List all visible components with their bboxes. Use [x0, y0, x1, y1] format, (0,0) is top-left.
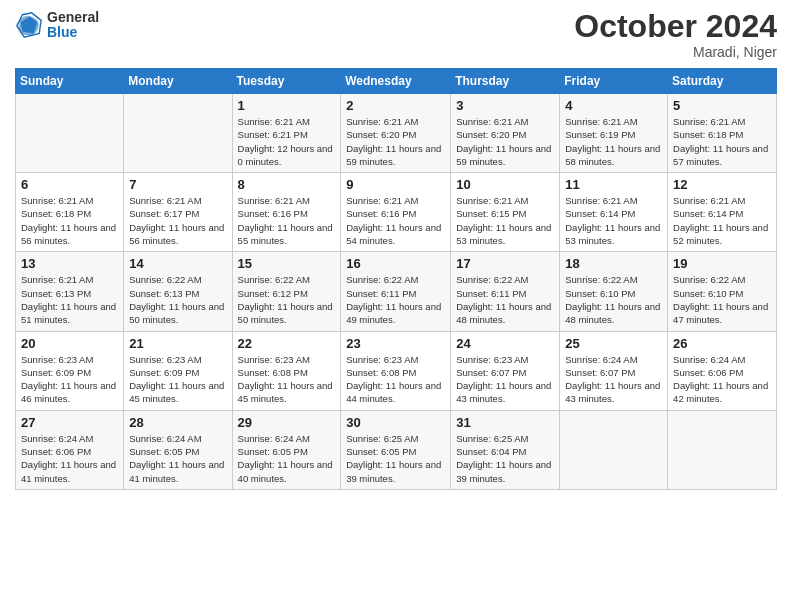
calendar-cell: 3Sunrise: 6:21 AMSunset: 6:20 PMDaylight…	[451, 94, 560, 173]
day-number: 5	[673, 98, 771, 113]
day-info: Sunrise: 6:23 AMSunset: 6:09 PMDaylight:…	[129, 353, 226, 406]
day-info: Sunrise: 6:21 AMSunset: 6:17 PMDaylight:…	[129, 194, 226, 247]
calendar-header-wednesday: Wednesday	[341, 69, 451, 94]
day-number: 23	[346, 336, 445, 351]
calendar-cell: 29Sunrise: 6:24 AMSunset: 6:05 PMDayligh…	[232, 410, 341, 489]
day-info: Sunrise: 6:25 AMSunset: 6:04 PMDaylight:…	[456, 432, 554, 485]
day-number: 24	[456, 336, 554, 351]
day-info: Sunrise: 6:21 AMSunset: 6:18 PMDaylight:…	[673, 115, 771, 168]
calendar-header-tuesday: Tuesday	[232, 69, 341, 94]
calendar-cell	[16, 94, 124, 173]
day-number: 8	[238, 177, 336, 192]
day-number: 2	[346, 98, 445, 113]
calendar-cell: 11Sunrise: 6:21 AMSunset: 6:14 PMDayligh…	[560, 173, 668, 252]
day-number: 19	[673, 256, 771, 271]
day-info: Sunrise: 6:22 AMSunset: 6:10 PMDaylight:…	[565, 273, 662, 326]
day-number: 28	[129, 415, 226, 430]
day-info: Sunrise: 6:23 AMSunset: 6:08 PMDaylight:…	[346, 353, 445, 406]
calendar-cell: 30Sunrise: 6:25 AMSunset: 6:05 PMDayligh…	[341, 410, 451, 489]
day-info: Sunrise: 6:21 AMSunset: 6:20 PMDaylight:…	[346, 115, 445, 168]
day-number: 12	[673, 177, 771, 192]
calendar-cell: 13Sunrise: 6:21 AMSunset: 6:13 PMDayligh…	[16, 252, 124, 331]
day-info: Sunrise: 6:22 AMSunset: 6:12 PMDaylight:…	[238, 273, 336, 326]
day-number: 4	[565, 98, 662, 113]
calendar-cell: 31Sunrise: 6:25 AMSunset: 6:04 PMDayligh…	[451, 410, 560, 489]
page: General Blue October 2024 Maradi, Niger …	[0, 0, 792, 612]
calendar-table: SundayMondayTuesdayWednesdayThursdayFrid…	[15, 68, 777, 490]
day-info: Sunrise: 6:24 AMSunset: 6:07 PMDaylight:…	[565, 353, 662, 406]
calendar-cell: 8Sunrise: 6:21 AMSunset: 6:16 PMDaylight…	[232, 173, 341, 252]
day-info: Sunrise: 6:23 AMSunset: 6:09 PMDaylight:…	[21, 353, 118, 406]
day-info: Sunrise: 6:21 AMSunset: 6:16 PMDaylight:…	[346, 194, 445, 247]
calendar-header-monday: Monday	[124, 69, 232, 94]
day-info: Sunrise: 6:21 AMSunset: 6:19 PMDaylight:…	[565, 115, 662, 168]
calendar-cell: 24Sunrise: 6:23 AMSunset: 6:07 PMDayligh…	[451, 331, 560, 410]
calendar-header-thursday: Thursday	[451, 69, 560, 94]
day-info: Sunrise: 6:22 AMSunset: 6:10 PMDaylight:…	[673, 273, 771, 326]
calendar-header-row: SundayMondayTuesdayWednesdayThursdayFrid…	[16, 69, 777, 94]
calendar-cell: 18Sunrise: 6:22 AMSunset: 6:10 PMDayligh…	[560, 252, 668, 331]
calendar-cell: 4Sunrise: 6:21 AMSunset: 6:19 PMDaylight…	[560, 94, 668, 173]
calendar-cell: 2Sunrise: 6:21 AMSunset: 6:20 PMDaylight…	[341, 94, 451, 173]
calendar-cell	[124, 94, 232, 173]
day-info: Sunrise: 6:24 AMSunset: 6:06 PMDaylight:…	[673, 353, 771, 406]
calendar-week-4: 20Sunrise: 6:23 AMSunset: 6:09 PMDayligh…	[16, 331, 777, 410]
day-info: Sunrise: 6:24 AMSunset: 6:05 PMDaylight:…	[129, 432, 226, 485]
day-number: 10	[456, 177, 554, 192]
day-number: 9	[346, 177, 445, 192]
day-number: 31	[456, 415, 554, 430]
logo-text: General Blue	[47, 10, 99, 41]
calendar-cell: 21Sunrise: 6:23 AMSunset: 6:09 PMDayligh…	[124, 331, 232, 410]
day-info: Sunrise: 6:21 AMSunset: 6:21 PMDaylight:…	[238, 115, 336, 168]
day-info: Sunrise: 6:21 AMSunset: 6:14 PMDaylight:…	[673, 194, 771, 247]
day-info: Sunrise: 6:22 AMSunset: 6:11 PMDaylight:…	[456, 273, 554, 326]
day-info: Sunrise: 6:25 AMSunset: 6:05 PMDaylight:…	[346, 432, 445, 485]
month-title: October 2024	[574, 10, 777, 42]
day-info: Sunrise: 6:23 AMSunset: 6:08 PMDaylight:…	[238, 353, 336, 406]
day-number: 22	[238, 336, 336, 351]
day-number: 27	[21, 415, 118, 430]
calendar-week-3: 13Sunrise: 6:21 AMSunset: 6:13 PMDayligh…	[16, 252, 777, 331]
calendar-cell: 14Sunrise: 6:22 AMSunset: 6:13 PMDayligh…	[124, 252, 232, 331]
calendar-cell: 10Sunrise: 6:21 AMSunset: 6:15 PMDayligh…	[451, 173, 560, 252]
calendar-cell: 27Sunrise: 6:24 AMSunset: 6:06 PMDayligh…	[16, 410, 124, 489]
calendar-cell: 17Sunrise: 6:22 AMSunset: 6:11 PMDayligh…	[451, 252, 560, 331]
day-number: 3	[456, 98, 554, 113]
day-info: Sunrise: 6:24 AMSunset: 6:05 PMDaylight:…	[238, 432, 336, 485]
calendar-cell: 15Sunrise: 6:22 AMSunset: 6:12 PMDayligh…	[232, 252, 341, 331]
day-number: 29	[238, 415, 336, 430]
day-info: Sunrise: 6:21 AMSunset: 6:18 PMDaylight:…	[21, 194, 118, 247]
day-number: 25	[565, 336, 662, 351]
day-number: 20	[21, 336, 118, 351]
calendar-cell	[560, 410, 668, 489]
calendar-cell	[668, 410, 777, 489]
day-number: 14	[129, 256, 226, 271]
calendar-cell: 7Sunrise: 6:21 AMSunset: 6:17 PMDaylight…	[124, 173, 232, 252]
calendar-week-2: 6Sunrise: 6:21 AMSunset: 6:18 PMDaylight…	[16, 173, 777, 252]
day-number: 13	[21, 256, 118, 271]
logo: General Blue	[15, 10, 99, 41]
day-number: 21	[129, 336, 226, 351]
calendar-cell: 22Sunrise: 6:23 AMSunset: 6:08 PMDayligh…	[232, 331, 341, 410]
day-number: 26	[673, 336, 771, 351]
calendar-cell: 5Sunrise: 6:21 AMSunset: 6:18 PMDaylight…	[668, 94, 777, 173]
day-info: Sunrise: 6:21 AMSunset: 6:14 PMDaylight:…	[565, 194, 662, 247]
calendar-cell: 9Sunrise: 6:21 AMSunset: 6:16 PMDaylight…	[341, 173, 451, 252]
logo-general-text: General	[47, 10, 99, 25]
logo-icon	[15, 11, 43, 39]
day-number: 16	[346, 256, 445, 271]
calendar-week-5: 27Sunrise: 6:24 AMSunset: 6:06 PMDayligh…	[16, 410, 777, 489]
calendar-header-saturday: Saturday	[668, 69, 777, 94]
day-number: 11	[565, 177, 662, 192]
title-area: October 2024 Maradi, Niger	[574, 10, 777, 60]
logo-blue-text: Blue	[47, 25, 99, 40]
calendar-cell: 28Sunrise: 6:24 AMSunset: 6:05 PMDayligh…	[124, 410, 232, 489]
calendar-cell: 16Sunrise: 6:22 AMSunset: 6:11 PMDayligh…	[341, 252, 451, 331]
day-number: 18	[565, 256, 662, 271]
day-number: 6	[21, 177, 118, 192]
day-info: Sunrise: 6:21 AMSunset: 6:13 PMDaylight:…	[21, 273, 118, 326]
day-info: Sunrise: 6:21 AMSunset: 6:20 PMDaylight:…	[456, 115, 554, 168]
day-number: 30	[346, 415, 445, 430]
day-info: Sunrise: 6:21 AMSunset: 6:16 PMDaylight:…	[238, 194, 336, 247]
header: General Blue October 2024 Maradi, Niger	[15, 10, 777, 60]
